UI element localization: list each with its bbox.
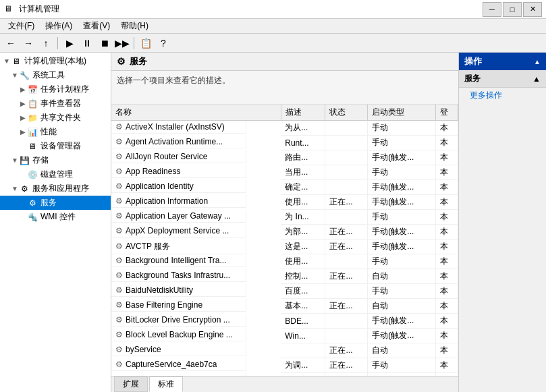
- restart-button[interactable]: ▶▶: [114, 36, 130, 51]
- services-table-container[interactable]: 名称 描述 状态 启动类型 登 ⚙ActiveX Installer (AxIn…: [111, 105, 458, 376]
- col-header-startup[interactable]: 启动类型: [368, 105, 435, 121]
- tree-item-computer[interactable]: ▼ 🖥 计算机管理(本地): [0, 54, 111, 68]
- col-header-login[interactable]: 登: [435, 105, 458, 121]
- cell-startup: 自动: [368, 269, 435, 284]
- tree-item-perf[interactable]: ▶ 📊 性能: [0, 125, 111, 139]
- table-row[interactable]: ⚙Background Tasks Infrastru...控制...正在...…: [111, 269, 458, 284]
- cell-desc: 路由...: [281, 150, 325, 165]
- cell-desc: 使用...: [281, 254, 325, 269]
- cell-desc: [281, 343, 325, 358]
- tree-label-device-mgr: 设备管理器: [40, 140, 81, 152]
- cell-startup: 手动(触发...: [368, 180, 435, 195]
- table-row[interactable]: ⚙Background Intelligent Tra...使用...手动本: [111, 254, 458, 269]
- cell-login: 本: [435, 269, 458, 284]
- forward-button[interactable]: →: [20, 36, 36, 51]
- table-row[interactable]: ⚙Agent Activation Runtime...Runt...手动本: [111, 136, 458, 150]
- service-name: ActiveX Installer (AxInstSV): [126, 122, 225, 132]
- col-header-desc[interactable]: 描述: [281, 105, 325, 121]
- table-row[interactable]: ⚙ActiveX Installer (AxInstSV)为从...手动本: [111, 121, 458, 136]
- expand-perf[interactable]: ▶: [19, 128, 27, 136]
- description-area: 选择一个项目来查看它的描述。: [111, 71, 458, 105]
- tab-standard[interactable]: 标准: [149, 376, 183, 392]
- wmi-icon: 🔩: [27, 212, 38, 223]
- service-icon: ⚙: [115, 285, 123, 295]
- cell-status: 正在...: [325, 240, 368, 254]
- shared-folders-icon: 📁: [27, 113, 38, 123]
- table-row[interactable]: ⚙Application Information使用...正在...手动(触发.…: [111, 195, 458, 210]
- expand-event-viewer[interactable]: ▶: [19, 100, 27, 108]
- tree-item-services-apps[interactable]: ▼ ⚙ 服务和应用程序: [0, 181, 111, 196]
- table-row[interactable]: ⚙App Readiness当用...手动本: [111, 165, 458, 180]
- help-button[interactable]: ?: [155, 36, 171, 51]
- expand-storage[interactable]: ▼: [11, 157, 19, 165]
- tree-item-sys-tools[interactable]: ▼ 🔧 系统工具: [0, 68, 111, 82]
- cell-desc: 基本...: [281, 299, 325, 314]
- table-row[interactable]: ⚙byService正在...自动本: [111, 343, 458, 358]
- service-name: Agent Activation Runtime...: [126, 137, 223, 146]
- services-apps-icon: ⚙: [19, 184, 30, 194]
- play-button[interactable]: ▶: [61, 36, 78, 51]
- table-row[interactable]: ⚙Block Level Backup Engine ...Win...手动(触…: [111, 329, 458, 343]
- cell-login: 本: [435, 254, 458, 269]
- tree-item-device-mgr[interactable]: 🖥 设备管理器: [0, 139, 111, 153]
- tree-item-disk-mgmt[interactable]: 💿 磁盘管理: [0, 167, 111, 181]
- menu-help[interactable]: 帮助(H): [115, 19, 154, 33]
- cell-name: ⚙BaiduNetdiskUtility: [111, 284, 246, 297]
- table-row[interactable]: ⚙AppX Deployment Service ...为部...正在...手动…: [111, 225, 458, 240]
- cell-name: ⚙Block Level Backup Engine ...: [111, 329, 246, 341]
- actions-sub-expand-icon[interactable]: ▲: [533, 74, 541, 84]
- table-row[interactable]: ⚙BaiduNetdiskUtility百度...手动本: [111, 284, 458, 299]
- actions-expand-icon[interactable]: ▲: [534, 58, 541, 65]
- up-button[interactable]: ↑: [38, 36, 54, 51]
- tree-item-task-sched[interactable]: ▶ 📅 任务计划程序: [0, 82, 111, 96]
- close-button[interactable]: ✕: [523, 2, 542, 17]
- tree-item-services[interactable]: ⚙ 服务: [0, 196, 111, 210]
- stop-button[interactable]: ⏹: [97, 36, 113, 51]
- services-icon: ⚙: [27, 198, 38, 208]
- properties-button[interactable]: 📋: [138, 36, 154, 51]
- table-row[interactable]: ⚙AllJoyn Router Service路由...手动(触发...本: [111, 150, 458, 165]
- actions-item-more[interactable]: 更多操作: [459, 88, 546, 103]
- table-row[interactable]: ⚙BitLocker Drive Encryption ...BDE...手动(…: [111, 314, 458, 329]
- table-row[interactable]: ⚙CaptureService_4aeb7ca为调...正在...手动本: [111, 358, 458, 373]
- tree-item-event-viewer[interactable]: ▶ 📋 事件查看器: [0, 96, 111, 111]
- expand-services-apps[interactable]: ▼: [11, 185, 19, 193]
- cell-login: 本: [435, 136, 458, 150]
- tree-item-shared-folders[interactable]: ▶ 📁 共享文件夹: [0, 111, 111, 125]
- table-row[interactable]: ⚙AVCTP 服务这是...正在...手动(触发...本: [111, 240, 458, 254]
- minimize-button[interactable]: ─: [483, 2, 501, 17]
- tree-label-disk-mgmt: 磁盘管理: [40, 169, 73, 180]
- service-name: Background Intelligent Tra...: [126, 256, 226, 265]
- cell-startup: 手动(触发...: [368, 240, 435, 254]
- back-button[interactable]: ←: [3, 36, 19, 51]
- bottom-tabs: 扩展 标准: [111, 376, 458, 392]
- cell-name: ⚙Application Information: [111, 195, 246, 208]
- table-row[interactable]: ⚙Application Identity确定...手动(触发...本: [111, 180, 458, 195]
- expand-disk-mgmt: [19, 171, 27, 179]
- cell-startup: 自动: [368, 299, 435, 314]
- tree-item-wmi[interactable]: 🔩 WMI 控件: [0, 210, 111, 224]
- cell-login: 本: [435, 329, 458, 343]
- cell-startup: 手动: [368, 358, 435, 373]
- col-header-name[interactable]: 名称: [111, 105, 281, 121]
- menu-action[interactable]: 操作(A): [40, 19, 78, 33]
- tree-item-storage[interactable]: ▼ 💾 存储: [0, 153, 111, 167]
- service-icon: ⚙: [115, 271, 123, 280]
- table-row[interactable]: ⚙Base Filtering Engine基本...正在...自动本: [111, 299, 458, 314]
- maximize-button[interactable]: □: [503, 2, 522, 17]
- service-icon: ⚙: [115, 360, 123, 369]
- tab-extended[interactable]: 扩展: [114, 376, 148, 392]
- expand-computer[interactable]: ▼: [3, 57, 11, 65]
- expand-sys-tools[interactable]: ▼: [11, 72, 19, 80]
- expand-shared-folders[interactable]: ▶: [19, 114, 27, 122]
- expand-task-sched[interactable]: ▶: [19, 86, 27, 94]
- table-row[interactable]: ⚙Application Layer Gateway ...为 In...手动本: [111, 210, 458, 225]
- cell-login: 本: [435, 150, 458, 165]
- col-header-status[interactable]: 状态: [325, 105, 368, 121]
- cell-startup: 手动: [368, 165, 435, 180]
- service-icon: ⚙: [115, 226, 123, 235]
- pause-button[interactable]: ⏸: [79, 36, 95, 51]
- menu-file[interactable]: 文件(F): [3, 19, 40, 33]
- menu-view[interactable]: 查看(V): [78, 19, 115, 33]
- actions-header: 操作 ▲: [459, 53, 546, 70]
